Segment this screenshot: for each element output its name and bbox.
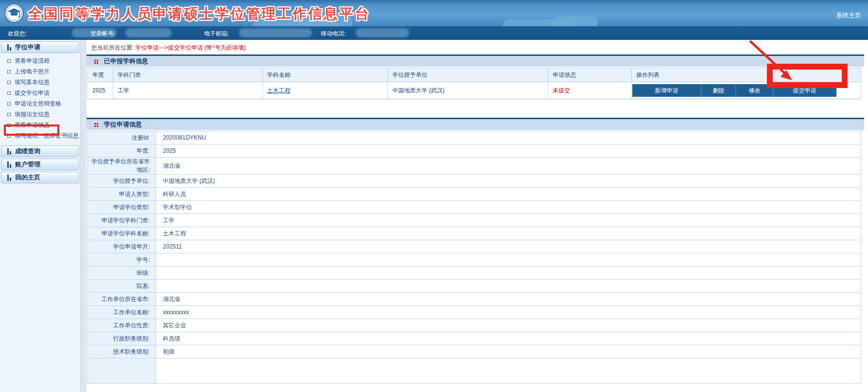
app-title: 全国同等学力人员申请硕士学位管理工作信息平台 — [28, 4, 370, 24]
app-header: 全国同等学力人员申请硕士学位管理工作信息平台 系统主页 — [0, 0, 868, 26]
field-value: 湖北省 — [156, 293, 861, 306]
section-dots-icon — [94, 60, 98, 64]
sidebar-section-account-management[interactable]: 账户管理 — [1, 159, 79, 170]
degree-application-menu: 查看申请流程 上传电子照片 填写基本信息 提交学位申请 申请论文答辩资格 填报论… — [0, 53, 80, 144]
cell-category: 工学 — [113, 82, 262, 99]
field-label: 申请人类型: — [88, 188, 156, 201]
col-header-year: 年度 — [88, 68, 113, 82]
field-label: 学号: — [88, 253, 156, 267]
sidebar-section-my-homepage[interactable]: 我的主页 — [1, 172, 79, 183]
form-row: 注册Id:2020081DYKNU — [88, 131, 861, 144]
table-row: 2025 工学 土木工程 中国地质大学 (武汉) 未提交 新增申请 删除 修改 … — [88, 82, 861, 99]
new-application-button[interactable]: 新增申请 — [632, 84, 701, 97]
field-label: 学位授予单位: — [88, 175, 156, 188]
sidebar-gutter — [81, 40, 87, 392]
col-header-category: 学科门类 — [113, 68, 262, 82]
field-label: 申请学位学科名称: — [88, 227, 156, 240]
sidebar-section-label: 账户管理 — [15, 160, 40, 168]
field-value: 土木工程 — [156, 227, 861, 240]
field-label: 工作单位所在省市: — [88, 293, 156, 306]
bullet-square-icon — [7, 102, 11, 106]
form-row: 学号: — [88, 253, 861, 267]
declared-subjects-table: 年度 学科门类 学科名称 学位授予单位 申请状态 操作列表 2025 工学 土木… — [87, 68, 861, 99]
modify-button[interactable]: 修改 — [735, 84, 773, 97]
field-label: 申请学位类型: — [88, 201, 156, 214]
field-value: 2025 — [156, 144, 861, 158]
form-row: 学位授予单位所在省市地区:湖北省 — [88, 158, 861, 175]
section-title: 已申报学科信息 — [104, 57, 148, 65]
form-row: 院系: — [88, 280, 861, 293]
action-bar: 新增申请 删除 修改 提交申请 — [632, 84, 836, 97]
field-value: 初级 — [156, 345, 861, 358]
sidebar-section-degree-application[interactable]: 学位申请 — [1, 41, 79, 53]
sidebar: 学位申请 查看申请流程 上传电子照片 填写基本信息 提交学位申请 申请论文答辩资… — [0, 40, 81, 392]
field-value: 科研人员 — [156, 188, 861, 201]
bullet-square-icon — [7, 134, 11, 138]
field-value: 科员级 — [156, 332, 861, 345]
table-header-row: 年度 学科门类 学科名称 学位授予单位 申请状态 操作列表 — [88, 68, 861, 82]
sidebar-section-label: 学位申请 — [15, 43, 40, 51]
sidebar-section-score-query[interactable]: 成绩查询 — [1, 145, 79, 157]
bullet-square-icon — [7, 91, 11, 95]
field-label: 学位授予单位所在省市地区: — [88, 158, 156, 175]
subject-link[interactable]: 土木工程 — [267, 87, 291, 94]
sidebar-item-basic-info[interactable]: 填写基本信息 — [0, 77, 80, 88]
field-label: 申请学位学科门类: — [88, 214, 156, 227]
page: { "header": { "title": "全国同等学力人员申请硕士学位管理… — [0, 0, 868, 392]
field-value: 工学 — [156, 214, 861, 227]
field-value — [156, 280, 861, 293]
section-title: 学位申请信息 — [104, 121, 142, 128]
form-row: 申请学位类型:学术型学位 — [88, 201, 861, 214]
cell-unit: 中国地质大学 (武汉) — [388, 82, 548, 99]
field-label: 技术职务级别: — [88, 345, 156, 358]
form-row: 申请学位学科门类:工学 — [88, 214, 861, 227]
field-value — [156, 267, 861, 280]
sidebar-section-label: 成绩查询 — [15, 147, 40, 155]
field-value: 2020081DYKNU — [156, 131, 861, 144]
status-badge: 未提交 — [553, 87, 570, 94]
user-info-bar: 欢迎您: 登录帐号: 电子邮箱: 移动电话: — [0, 26, 868, 40]
sidebar-item-submit-degree-application[interactable]: 提交学位申请 — [0, 88, 80, 98]
col-header-subject: 学科名称 — [262, 68, 388, 82]
field-value: 其它企业 — [156, 319, 861, 332]
sidebar-item-certificate-info[interactable]: 填写规培、医师证书信息 — [0, 130, 80, 141]
sidebar-section-label: 我的主页 — [15, 174, 40, 181]
redacted-account — [125, 28, 172, 37]
sidebar-item-upload-photo[interactable]: 上传电子照片 — [0, 66, 80, 77]
form-row: 技术职务级别:初级 — [88, 345, 861, 358]
sidebar-item-view-process[interactable]: 查看申请流程 — [0, 55, 80, 66]
sidebar-item-thesis-info[interactable]: 填报论文信息 — [0, 109, 80, 120]
submit-application-button[interactable]: 提交申请 — [773, 84, 835, 97]
col-header-status: 申请状态 — [548, 68, 632, 82]
bullet-square-icon — [7, 113, 11, 116]
bullet-square-icon — [7, 70, 11, 73]
field-value — [156, 358, 861, 384]
redacted-email — [239, 28, 312, 37]
field-value: xxxxxxxxx — [156, 306, 861, 319]
col-header-unit: 学位授予单位 — [388, 68, 548, 82]
welcome-label: 欢迎您: — [8, 30, 27, 38]
breadcrumb: 您当前所在位置: 学位申请--->提交学位申请 (带*号为必填项) — [87, 40, 868, 54]
sidebar-item-application-status[interactable]: 查看申请状态 — [0, 120, 80, 130]
delete-button[interactable]: 删除 — [701, 84, 735, 97]
col-header-operations: 操作列表 — [632, 68, 861, 82]
section-bars-icon — [7, 148, 12, 155]
sidebar-item-defense-qualification[interactable]: 申请论文答辩资格 — [0, 98, 80, 109]
account-label: 登录帐号: — [90, 30, 115, 38]
field-label: 工作单位名称: — [88, 306, 156, 319]
section-bars-icon — [7, 175, 12, 181]
system-home-link[interactable]: 系统主页 — [836, 11, 861, 20]
banner-blob — [552, 16, 598, 26]
email-label: 电子邮箱: — [204, 30, 229, 38]
breadcrumb-prefix: 您当前所在位置: — [91, 44, 136, 51]
field-label: 学位申请年月: — [88, 240, 156, 253]
bullet-square-icon — [7, 124, 11, 127]
form-row: 行政职务级别:科员级 — [88, 332, 861, 345]
form-row: 申请人类型:科研人员 — [88, 188, 861, 201]
form-row: 学位申请年月:202511 — [88, 240, 861, 253]
form-row: 工作单位名称:xxxxxxxxx — [88, 306, 861, 319]
field-label: 院系: — [88, 280, 156, 293]
app-logo-icon — [4, 3, 24, 23]
redacted-mobile — [356, 28, 409, 37]
field-value: 湖北省 — [156, 158, 861, 175]
